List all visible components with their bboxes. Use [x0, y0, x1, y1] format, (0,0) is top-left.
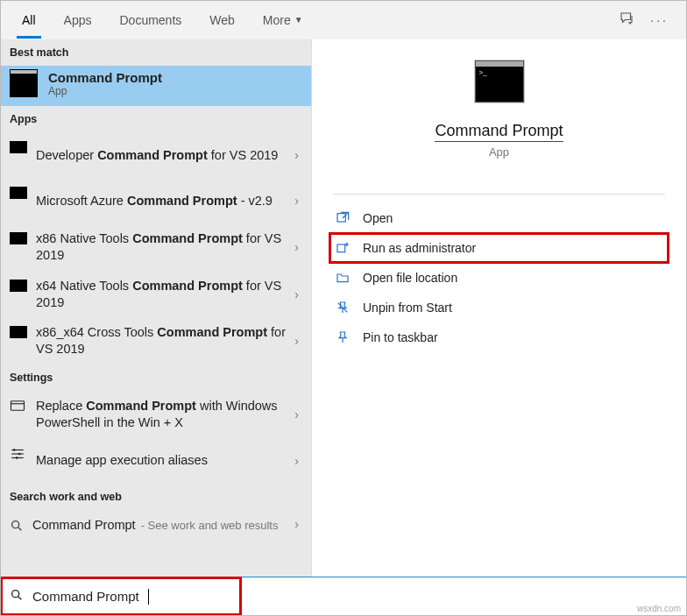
action-label: Open [363, 211, 393, 225]
web-result-label: Command Prompt [32, 517, 136, 534]
action-unpin[interactable]: Unpin from Start [329, 293, 669, 322]
list-item-text: x86 Native Tools Command Prompt for VS 2… [36, 230, 289, 264]
svg-line-16 [18, 597, 21, 599]
best-match-title: Command Prompt [48, 70, 162, 85]
chevron-right-icon[interactable]: › [289, 287, 304, 301]
apps-list-item[interactable]: x86 Native Tools Command Prompt for VS 2… [1, 223, 311, 271]
svg-point-5 [14, 450, 16, 451]
search-row: Command Prompt [1, 577, 686, 615]
action-label: Run as administrator [363, 241, 476, 255]
action-label: Open file location [363, 271, 457, 285]
apps-list-item[interactable]: x64 Native Tools Command Prompt for VS 2… [1, 271, 311, 318]
apps-list-item[interactable]: x86_x64 Cross Tools Command Prompt for V… [1, 317, 311, 365]
tab-all[interactable]: All [8, 1, 50, 39]
section-header-settings: Settings [1, 365, 311, 391]
action-label: Unpin from Start [363, 301, 452, 315]
details-title[interactable]: Command Prompt [435, 122, 563, 142]
command-prompt-icon [10, 69, 38, 97]
search-icon [10, 588, 24, 605]
chevron-right-icon[interactable]: › [289, 148, 304, 162]
settings-list-item[interactable]: Manage app execution aliases› [1, 438, 311, 484]
open-icon [335, 210, 351, 226]
folder-icon [335, 270, 351, 286]
command-prompt-icon [10, 232, 27, 244]
command-prompt-icon [10, 280, 27, 292]
chevron-right-icon[interactable]: › [289, 240, 304, 254]
tab-bar: All Apps Documents Web More▼ ··· [1, 1, 686, 39]
tab-web[interactable]: Web [195, 1, 249, 39]
section-header-web: Search work and web [1, 484, 311, 510]
chevron-right-icon[interactable]: › [289, 194, 304, 208]
command-prompt-icon [10, 187, 27, 199]
tab-documents[interactable]: Documents [105, 1, 195, 39]
chevron-down-icon: ▼ [294, 15, 303, 25]
best-match-item[interactable]: Command Prompt App [1, 66, 311, 106]
web-result-item[interactable]: Command Prompt - See work and web result… [1, 510, 311, 539]
details-subtitle: App [489, 145, 509, 159]
tab-apps[interactable]: Apps [50, 1, 106, 39]
list-item-text: x64 Native Tools Command Prompt for VS 2… [36, 278, 289, 311]
svg-point-15 [12, 591, 19, 598]
command-prompt-icon [10, 141, 27, 153]
apps-list-item[interactable]: Microsoft Azure Command Prompt - v2.9› [1, 178, 311, 223]
search-input-text: Command Prompt [32, 589, 139, 604]
settings-list-item[interactable]: Replace Command Prompt with Windows Powe… [1, 391, 311, 438]
best-match-text: Command Prompt App [48, 70, 162, 97]
action-open[interactable]: Open [329, 203, 669, 233]
watermark: wsxdn.com [637, 604, 681, 613]
pin-icon [335, 329, 351, 345]
svg-line-9 [18, 527, 21, 530]
admin-icon [335, 240, 351, 256]
web-result-text: Command Prompt - See work and web result… [32, 517, 289, 534]
action-pin[interactable]: Pin to taskbar [329, 322, 669, 352]
overflow-icon[interactable]: ··· [650, 13, 669, 27]
section-header-apps: Apps [1, 106, 311, 132]
chevron-right-icon[interactable]: › [289, 454, 304, 468]
best-match-subtitle: App [48, 85, 162, 97]
action-admin[interactable]: Run as administrator [329, 233, 669, 263]
chevron-right-icon[interactable]: › [289, 517, 304, 531]
tab-label: Apps [64, 13, 92, 27]
list-item-text: Microsoft Azure Command Prompt - v2.9 [36, 193, 289, 209]
action-label: Pin to taskbar [363, 330, 438, 344]
web-result-hint: - See work and web results [141, 519, 279, 534]
feedback-icon[interactable] [619, 11, 634, 29]
list-item-text: x86_x64 Cross Tools Command Prompt for V… [36, 324, 289, 358]
top-right-controls: ··· [619, 1, 679, 39]
command-prompt-icon [475, 60, 524, 103]
tab-label: More [263, 13, 291, 27]
tab-label: Web [209, 13, 235, 27]
tab-more[interactable]: More▼ [249, 1, 317, 39]
list-item-text: Replace Command Prompt with Windows Powe… [36, 398, 289, 431]
svg-rect-10 [337, 214, 345, 222]
chevron-right-icon[interactable]: › [289, 407, 304, 421]
action-folder[interactable]: Open file location [329, 263, 669, 293]
svg-point-8 [12, 520, 19, 527]
chevron-right-icon[interactable]: › [289, 334, 304, 348]
svg-point-7 [17, 457, 18, 459]
results-pane: Best match Command Prompt App Apps Devel… [1, 39, 311, 577]
command-prompt-icon [10, 326, 27, 338]
tab-label: All [22, 13, 36, 27]
settings-item-icon [10, 400, 27, 412]
actions-list: OpenRun as administratorOpen file locati… [312, 195, 686, 361]
svg-rect-0 [11, 401, 25, 411]
details-pane: Command Prompt App OpenRun as administra… [311, 39, 686, 577]
tab-label: Documents [119, 13, 181, 27]
svg-point-6 [19, 453, 21, 455]
list-item-text: Developer Command Prompt for VS 2019 [36, 147, 289, 164]
text-cursor [148, 589, 149, 605]
settings-item-icon [10, 447, 27, 459]
search-icon [10, 519, 24, 535]
svg-rect-11 [337, 244, 345, 252]
search-box[interactable]: Command Prompt [1, 577, 241, 615]
section-header-best-match: Best match [1, 39, 311, 66]
apps-list-item[interactable]: Developer Command Prompt for VS 2019› [1, 132, 311, 178]
unpin-icon [335, 300, 351, 315]
list-item-text: Manage app execution aliases [36, 452, 289, 469]
details-header: Command Prompt App [312, 60, 686, 180]
